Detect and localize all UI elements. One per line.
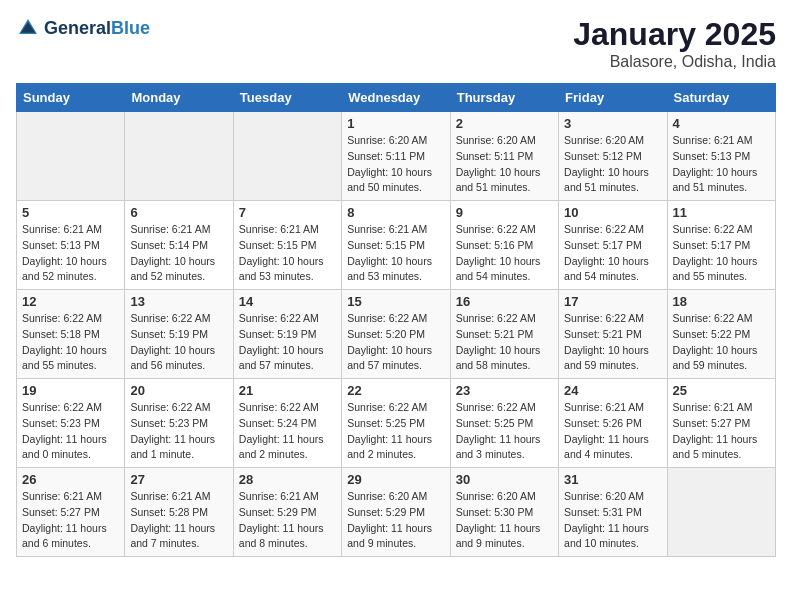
day-info: Sunrise: 6:22 AM Sunset: 5:21 PM Dayligh… <box>456 311 553 374</box>
day-info: Sunrise: 6:20 AM Sunset: 5:11 PM Dayligh… <box>456 133 553 196</box>
calendar-cell: 21Sunrise: 6:22 AM Sunset: 5:24 PM Dayli… <box>233 379 341 468</box>
title-block: January 2025 Balasore, Odisha, India <box>573 16 776 71</box>
day-info: Sunrise: 6:22 AM Sunset: 5:19 PM Dayligh… <box>239 311 336 374</box>
day-number: 5 <box>22 205 119 220</box>
calendar-cell: 20Sunrise: 6:22 AM Sunset: 5:23 PM Dayli… <box>125 379 233 468</box>
calendar-cell: 31Sunrise: 6:20 AM Sunset: 5:31 PM Dayli… <box>559 468 667 557</box>
day-info: Sunrise: 6:22 AM Sunset: 5:25 PM Dayligh… <box>347 400 444 463</box>
calendar-cell <box>17 112 125 201</box>
day-info: Sunrise: 6:20 AM Sunset: 5:30 PM Dayligh… <box>456 489 553 552</box>
day-info: Sunrise: 6:21 AM Sunset: 5:13 PM Dayligh… <box>673 133 770 196</box>
day-number: 4 <box>673 116 770 131</box>
calendar-cell: 11Sunrise: 6:22 AM Sunset: 5:17 PM Dayli… <box>667 201 775 290</box>
calendar-week-row: 5Sunrise: 6:21 AM Sunset: 5:13 PM Daylig… <box>17 201 776 290</box>
day-info: Sunrise: 6:21 AM Sunset: 5:29 PM Dayligh… <box>239 489 336 552</box>
logo-text-general: General <box>44 18 111 38</box>
day-number: 15 <box>347 294 444 309</box>
calendar-cell: 13Sunrise: 6:22 AM Sunset: 5:19 PM Dayli… <box>125 290 233 379</box>
day-info: Sunrise: 6:22 AM Sunset: 5:22 PM Dayligh… <box>673 311 770 374</box>
day-number: 10 <box>564 205 661 220</box>
day-info: Sunrise: 6:22 AM Sunset: 5:21 PM Dayligh… <box>564 311 661 374</box>
day-info: Sunrise: 6:21 AM Sunset: 5:14 PM Dayligh… <box>130 222 227 285</box>
calendar-cell: 26Sunrise: 6:21 AM Sunset: 5:27 PM Dayli… <box>17 468 125 557</box>
day-info: Sunrise: 6:22 AM Sunset: 5:16 PM Dayligh… <box>456 222 553 285</box>
day-number: 6 <box>130 205 227 220</box>
day-info: Sunrise: 6:21 AM Sunset: 5:13 PM Dayligh… <box>22 222 119 285</box>
calendar-cell: 14Sunrise: 6:22 AM Sunset: 5:19 PM Dayli… <box>233 290 341 379</box>
day-info: Sunrise: 6:20 AM Sunset: 5:11 PM Dayligh… <box>347 133 444 196</box>
calendar-cell: 7Sunrise: 6:21 AM Sunset: 5:15 PM Daylig… <box>233 201 341 290</box>
day-info: Sunrise: 6:22 AM Sunset: 5:23 PM Dayligh… <box>130 400 227 463</box>
calendar-cell <box>667 468 775 557</box>
column-header-friday: Friday <box>559 84 667 112</box>
calendar-cell: 22Sunrise: 6:22 AM Sunset: 5:25 PM Dayli… <box>342 379 450 468</box>
day-number: 19 <box>22 383 119 398</box>
calendar-cell: 28Sunrise: 6:21 AM Sunset: 5:29 PM Dayli… <box>233 468 341 557</box>
day-info: Sunrise: 6:21 AM Sunset: 5:26 PM Dayligh… <box>564 400 661 463</box>
day-number: 14 <box>239 294 336 309</box>
day-info: Sunrise: 6:22 AM Sunset: 5:17 PM Dayligh… <box>673 222 770 285</box>
day-number: 12 <box>22 294 119 309</box>
day-info: Sunrise: 6:21 AM Sunset: 5:15 PM Dayligh… <box>239 222 336 285</box>
calendar-cell: 19Sunrise: 6:22 AM Sunset: 5:23 PM Dayli… <box>17 379 125 468</box>
calendar-cell: 25Sunrise: 6:21 AM Sunset: 5:27 PM Dayli… <box>667 379 775 468</box>
calendar-cell: 29Sunrise: 6:20 AM Sunset: 5:29 PM Dayli… <box>342 468 450 557</box>
day-number: 29 <box>347 472 444 487</box>
day-info: Sunrise: 6:22 AM Sunset: 5:19 PM Dayligh… <box>130 311 227 374</box>
day-info: Sunrise: 6:20 AM Sunset: 5:12 PM Dayligh… <box>564 133 661 196</box>
location-subtitle: Balasore, Odisha, India <box>573 53 776 71</box>
day-info: Sunrise: 6:21 AM Sunset: 5:27 PM Dayligh… <box>22 489 119 552</box>
day-number: 31 <box>564 472 661 487</box>
calendar-cell: 16Sunrise: 6:22 AM Sunset: 5:21 PM Dayli… <box>450 290 558 379</box>
calendar-cell: 10Sunrise: 6:22 AM Sunset: 5:17 PM Dayli… <box>559 201 667 290</box>
calendar-cell: 24Sunrise: 6:21 AM Sunset: 5:26 PM Dayli… <box>559 379 667 468</box>
column-header-thursday: Thursday <box>450 84 558 112</box>
day-number: 17 <box>564 294 661 309</box>
day-number: 23 <box>456 383 553 398</box>
calendar-table: SundayMondayTuesdayWednesdayThursdayFrid… <box>16 83 776 557</box>
day-info: Sunrise: 6:21 AM Sunset: 5:27 PM Dayligh… <box>673 400 770 463</box>
day-info: Sunrise: 6:22 AM Sunset: 5:25 PM Dayligh… <box>456 400 553 463</box>
calendar-cell: 9Sunrise: 6:22 AM Sunset: 5:16 PM Daylig… <box>450 201 558 290</box>
logo-icon <box>16 16 40 40</box>
calendar-cell: 17Sunrise: 6:22 AM Sunset: 5:21 PM Dayli… <box>559 290 667 379</box>
day-number: 13 <box>130 294 227 309</box>
day-number: 7 <box>239 205 336 220</box>
calendar-cell: 2Sunrise: 6:20 AM Sunset: 5:11 PM Daylig… <box>450 112 558 201</box>
svg-marker-1 <box>21 22 35 33</box>
calendar-cell: 12Sunrise: 6:22 AM Sunset: 5:18 PM Dayli… <box>17 290 125 379</box>
day-number: 30 <box>456 472 553 487</box>
day-number: 1 <box>347 116 444 131</box>
day-info: Sunrise: 6:21 AM Sunset: 5:15 PM Dayligh… <box>347 222 444 285</box>
day-number: 21 <box>239 383 336 398</box>
day-number: 28 <box>239 472 336 487</box>
calendar-week-row: 1Sunrise: 6:20 AM Sunset: 5:11 PM Daylig… <box>17 112 776 201</box>
calendar-cell <box>233 112 341 201</box>
logo: GeneralBlue <box>16 16 150 40</box>
day-info: Sunrise: 6:22 AM Sunset: 5:24 PM Dayligh… <box>239 400 336 463</box>
day-number: 24 <box>564 383 661 398</box>
day-info: Sunrise: 6:21 AM Sunset: 5:28 PM Dayligh… <box>130 489 227 552</box>
page-header: GeneralBlue January 2025 Balasore, Odish… <box>16 16 776 71</box>
day-info: Sunrise: 6:22 AM Sunset: 5:23 PM Dayligh… <box>22 400 119 463</box>
day-number: 8 <box>347 205 444 220</box>
column-header-tuesday: Tuesday <box>233 84 341 112</box>
day-number: 26 <box>22 472 119 487</box>
calendar-week-row: 19Sunrise: 6:22 AM Sunset: 5:23 PM Dayli… <box>17 379 776 468</box>
calendar-cell: 15Sunrise: 6:22 AM Sunset: 5:20 PM Dayli… <box>342 290 450 379</box>
calendar-cell: 23Sunrise: 6:22 AM Sunset: 5:25 PM Dayli… <box>450 379 558 468</box>
day-number: 22 <box>347 383 444 398</box>
column-header-sunday: Sunday <box>17 84 125 112</box>
day-number: 11 <box>673 205 770 220</box>
calendar-cell: 3Sunrise: 6:20 AM Sunset: 5:12 PM Daylig… <box>559 112 667 201</box>
calendar-cell: 30Sunrise: 6:20 AM Sunset: 5:30 PM Dayli… <box>450 468 558 557</box>
day-number: 27 <box>130 472 227 487</box>
calendar-cell: 1Sunrise: 6:20 AM Sunset: 5:11 PM Daylig… <box>342 112 450 201</box>
calendar-week-row: 12Sunrise: 6:22 AM Sunset: 5:18 PM Dayli… <box>17 290 776 379</box>
day-info: Sunrise: 6:22 AM Sunset: 5:17 PM Dayligh… <box>564 222 661 285</box>
day-number: 25 <box>673 383 770 398</box>
day-info: Sunrise: 6:20 AM Sunset: 5:29 PM Dayligh… <box>347 489 444 552</box>
calendar-cell <box>125 112 233 201</box>
day-number: 9 <box>456 205 553 220</box>
calendar-cell: 5Sunrise: 6:21 AM Sunset: 5:13 PM Daylig… <box>17 201 125 290</box>
